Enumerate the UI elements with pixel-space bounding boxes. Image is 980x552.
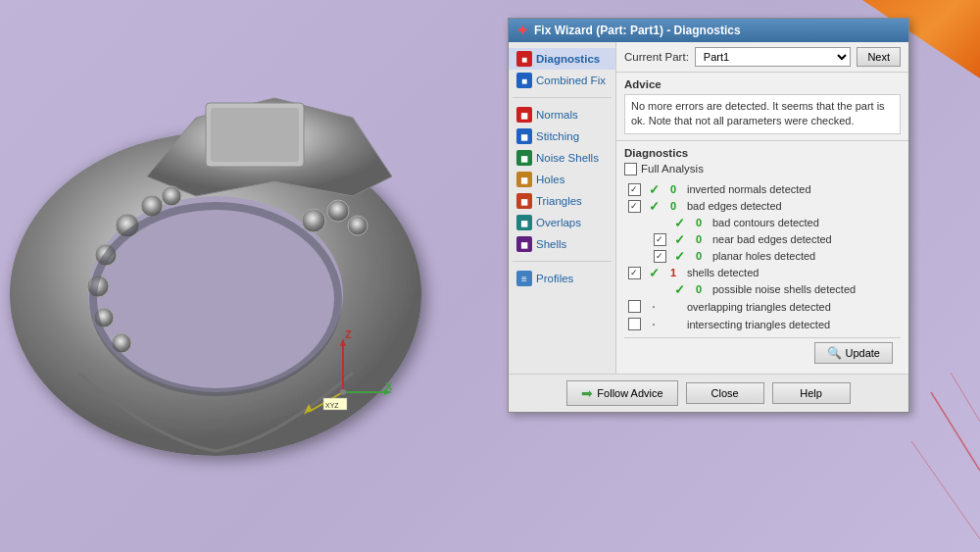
full-analysis-row: Full Analysis bbox=[624, 163, 901, 176]
sidebar-item-overlaps[interactable]: ◼ Overlaps bbox=[509, 212, 615, 233]
noise-shells-icon: ◼ bbox=[516, 150, 532, 166]
sidebar-divider-1 bbox=[513, 97, 612, 98]
diagnostics-icon: ■ bbox=[516, 51, 532, 67]
count-near-bad-edges: 0 bbox=[689, 233, 709, 245]
next-button[interactable]: Next bbox=[857, 47, 901, 67]
desc-near-bad-edges: near bad edges detected bbox=[709, 233, 901, 245]
sidebar-label-normals: Normals bbox=[536, 109, 578, 121]
svg-text:X: X bbox=[385, 380, 392, 392]
follow-advice-icon: ➡ bbox=[581, 385, 593, 401]
green-check-bad-edges: ✓ bbox=[649, 199, 660, 214]
dialog-body: ■ Diagnostics ■ Combined Fix ◼ Normals ◼… bbox=[509, 42, 908, 374]
current-part-select[interactable]: Part1 bbox=[695, 47, 852, 67]
count-inverted-normals: 0 bbox=[663, 183, 683, 195]
sidebar-item-triangles[interactable]: ◼ Triangles bbox=[509, 190, 615, 212]
diag-row-inverted-normals: ✓ ✓ 0 inverted normals detected bbox=[624, 181, 901, 198]
diag-row-planar-holes: ✓ ✓ 0 planar holes detected bbox=[624, 248, 901, 265]
desc-bad-edges: bad edges detected bbox=[683, 200, 901, 212]
dot-overlapping: · bbox=[652, 299, 656, 315]
sidebar-label-diagnostics: Diagnostics bbox=[536, 53, 600, 65]
diag-row-intersecting: · intersecting triangles detected bbox=[624, 316, 901, 333]
svg-rect-3 bbox=[211, 108, 299, 162]
svg-text:XYZ: XYZ bbox=[325, 402, 339, 409]
fix-wizard-dialog: ✦ Fix Wizard (Part: Part1) - Diagnostics… bbox=[508, 18, 909, 413]
sidebar-item-normals[interactable]: ◼ Normals bbox=[509, 104, 615, 125]
sidebar-section-main: ■ Diagnostics ■ Combined Fix bbox=[509, 46, 615, 93]
help-button[interactable]: Help bbox=[772, 382, 851, 404]
full-analysis-label: Full Analysis bbox=[641, 163, 704, 175]
title-icon: ✦ bbox=[516, 23, 528, 38]
holes-icon: ◼ bbox=[516, 172, 532, 187]
ring-3d-view bbox=[0, 0, 510, 552]
advice-text: No more errors are detected. It seems th… bbox=[624, 94, 901, 134]
sidebar-label-combined-fix: Combined Fix bbox=[536, 75, 606, 86]
axis-widget: Z X XYZ bbox=[294, 324, 392, 425]
advice-title: Advice bbox=[624, 78, 901, 90]
green-check-shells: ✓ bbox=[649, 266, 660, 280]
diagnostics-title: Diagnostics bbox=[624, 147, 901, 159]
desc-noise-shells: possible noise shells detected bbox=[709, 283, 901, 295]
svg-line-28 bbox=[911, 441, 980, 539]
sidebar-label-holes: Holes bbox=[536, 174, 564, 185]
sidebar-label-overlaps: Overlaps bbox=[536, 217, 581, 228]
green-check-bad-contours: ✓ bbox=[674, 216, 685, 230]
count-bad-contours: 0 bbox=[689, 217, 709, 228]
sidebar-item-stitching[interactable]: ◼ Stitching bbox=[509, 125, 615, 147]
diag-row-bad-edges: ✓ ✓ 0 bad edges detected bbox=[624, 198, 901, 215]
profiles-icon: ≡ bbox=[516, 271, 532, 286]
diag-row-noise-shells: ✓ 0 possible noise shells detected bbox=[624, 281, 901, 298]
diag-row-overlapping: · overlapping triangles detected bbox=[624, 298, 901, 316]
sidebar-item-noise-shells[interactable]: ◼ Noise Shells bbox=[509, 147, 615, 169]
dot-intersecting: · bbox=[652, 317, 656, 332]
update-icon: 🔍 bbox=[827, 346, 842, 360]
desc-intersecting: intersecting triangles detected bbox=[683, 319, 901, 330]
svg-point-10 bbox=[162, 186, 181, 206]
count-planar-holes: 0 bbox=[689, 250, 709, 262]
svg-point-11 bbox=[302, 209, 325, 232]
sidebar-divider-2 bbox=[513, 261, 612, 262]
sidebar-label-noise-shells: Noise Shells bbox=[536, 152, 599, 164]
svg-text:Z: Z bbox=[345, 328, 352, 340]
count-bad-edges: 0 bbox=[663, 200, 683, 212]
full-analysis-checkbox[interactable] bbox=[624, 163, 637, 176]
svg-point-12 bbox=[327, 200, 349, 222]
green-check-inverted-normals: ✓ bbox=[649, 182, 660, 197]
sidebar-label-profiles: Profiles bbox=[536, 273, 573, 284]
update-button[interactable]: 🔍 Update bbox=[814, 342, 893, 364]
sidebar-item-profiles[interactable]: ≡ Profiles bbox=[509, 268, 615, 289]
desc-inverted-normals: inverted normals detected bbox=[683, 183, 901, 195]
normals-icon: ◼ bbox=[516, 107, 532, 123]
follow-advice-button[interactable]: ➡ Follow Advice bbox=[566, 380, 677, 406]
desc-overlapping: overlapping triangles detected bbox=[683, 301, 901, 313]
dialog-sidebar: ■ Diagnostics ■ Combined Fix ◼ Normals ◼… bbox=[509, 42, 616, 374]
triangles-icon: ◼ bbox=[516, 193, 532, 209]
current-part-row: Current Part: Part1 Next bbox=[616, 42, 908, 73]
svg-line-27 bbox=[951, 373, 980, 422]
advice-section: Advice No more errors are detected. It s… bbox=[616, 73, 908, 141]
diagnostics-section: Diagnostics Full Analysis ✓ ✓ 0 inverted… bbox=[616, 141, 908, 374]
sidebar-label-triangles: Triangles bbox=[536, 195, 582, 207]
update-row: 🔍 Update bbox=[624, 337, 901, 368]
dialog-titlebar: ✦ Fix Wizard (Part: Part1) - Diagnostics bbox=[509, 19, 908, 42]
sidebar-item-holes[interactable]: ◼ Holes bbox=[509, 169, 615, 190]
sidebar-item-diagnostics[interactable]: ■ Diagnostics bbox=[509, 48, 615, 70]
svg-line-26 bbox=[931, 392, 980, 471]
green-check-noise-shells: ✓ bbox=[674, 282, 685, 297]
close-button[interactable]: Close bbox=[686, 382, 764, 404]
desc-planar-holes: planar holes detected bbox=[709, 250, 901, 262]
desc-shells: shells detected bbox=[683, 267, 901, 278]
diag-row-near-bad-edges: ✓ ✓ 0 near bad edges detected bbox=[624, 231, 901, 248]
checkbox-inverted-normals[interactable]: ✓ bbox=[624, 183, 644, 196]
diag-row-shells: ✓ ✓ 1 shells detected bbox=[624, 265, 901, 281]
sidebar-label-stitching: Stitching bbox=[536, 130, 579, 142]
green-check-near-bad-edges: ✓ bbox=[674, 232, 685, 247]
dialog-footer: ➡ Follow Advice Close Help bbox=[509, 374, 908, 412]
sidebar-item-combined-fix[interactable]: ■ Combined Fix bbox=[509, 70, 615, 91]
svg-point-13 bbox=[348, 216, 368, 235]
update-label: Update bbox=[846, 347, 880, 359]
stitching-icon: ◼ bbox=[516, 128, 532, 144]
sidebar-section-tools: ◼ Normals ◼ Stitching ◼ Noise Shells ◼ H… bbox=[509, 102, 615, 257]
shells-icon: ◼ bbox=[516, 236, 532, 252]
diag-row-bad-contours: ✓ 0 bad contours detected bbox=[624, 215, 901, 231]
sidebar-item-shells[interactable]: ◼ Shells bbox=[509, 233, 615, 255]
